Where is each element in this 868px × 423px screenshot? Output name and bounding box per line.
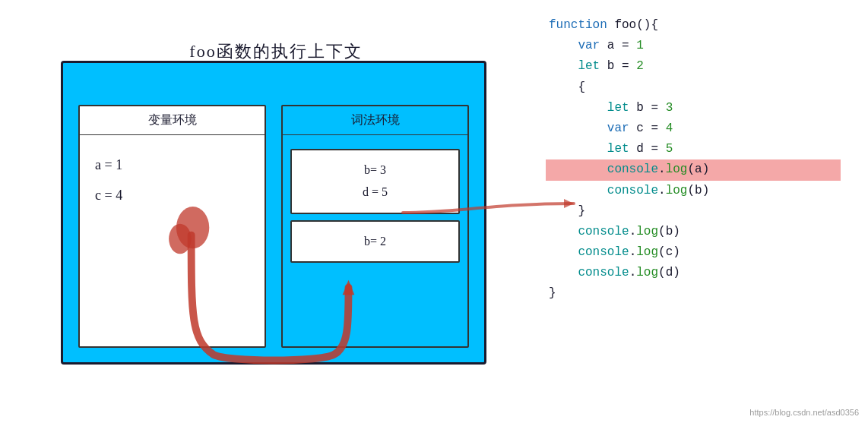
lex-box-1-line2: d = 5 [299, 182, 451, 204]
kw-function: function [549, 18, 607, 32]
code-line-6: var c = 4 [549, 118, 838, 139]
code-line-2: var a = 1 [549, 36, 838, 56]
code-line-8-highlighted: console.log(a) [546, 159, 841, 180]
lexical-inner-boxes: b= 3 d = 5 b= 2 [283, 141, 467, 270]
foo-title: foo函数的执行上下文 [63, 40, 489, 63]
code-line-4: { [549, 77, 838, 98]
code-line-10: } [549, 201, 838, 222]
lexical-env-label: 词法环境 [283, 106, 467, 135]
var-a: a = 1 [95, 150, 249, 181]
lex-box-2: b= 2 [290, 220, 460, 264]
inner-boxes-container: 变量环境 a = 1 c = 4 词法环境 b= 3 d = 5 b= 2 [78, 105, 469, 348]
code-line-7: let d = 5 [549, 139, 838, 159]
var-c: c = 4 [95, 181, 249, 211]
watermark: https://blog.csdn.net/asd0356 [749, 408, 859, 417]
lex-box-1: b= 3 d = 5 [290, 149, 460, 214]
var-values: a = 1 c = 4 [80, 135, 265, 226]
lexical-env-box: 词法环境 b= 3 d = 5 b= 2 [281, 105, 469, 348]
code-line-1: function foo(){ [549, 15, 838, 36]
fn-name: foo(){ [607, 18, 658, 32]
code-line-12: console.log(c) [549, 242, 838, 263]
code-line-3: let b = 2 [549, 56, 838, 77]
code-line-13: console.log(d) [549, 263, 838, 283]
diagram-area: foo函数的执行上下文 变量环境 a = 1 c = 4 词法环境 b= 3 d… [61, 23, 502, 380]
foo-context-box: foo函数的执行上下文 变量环境 a = 1 c = 4 词法环境 b= 3 d… [61, 61, 486, 365]
code-line-9: console.log(b) [549, 181, 838, 201]
code-line-5: let b = 3 [549, 98, 838, 118]
variable-env-box: 变量环境 a = 1 c = 4 [78, 105, 266, 348]
code-line-14: } [549, 283, 838, 304]
variable-env-label: 变量环境 [80, 106, 265, 135]
lex-box-2-line1: b= 2 [299, 231, 451, 253]
code-area: function foo(){ var a = 1 let b = 2 { le… [549, 15, 838, 305]
code-line-11: console.log(b) [549, 222, 838, 242]
lex-box-1-line1: b= 3 [299, 159, 451, 182]
